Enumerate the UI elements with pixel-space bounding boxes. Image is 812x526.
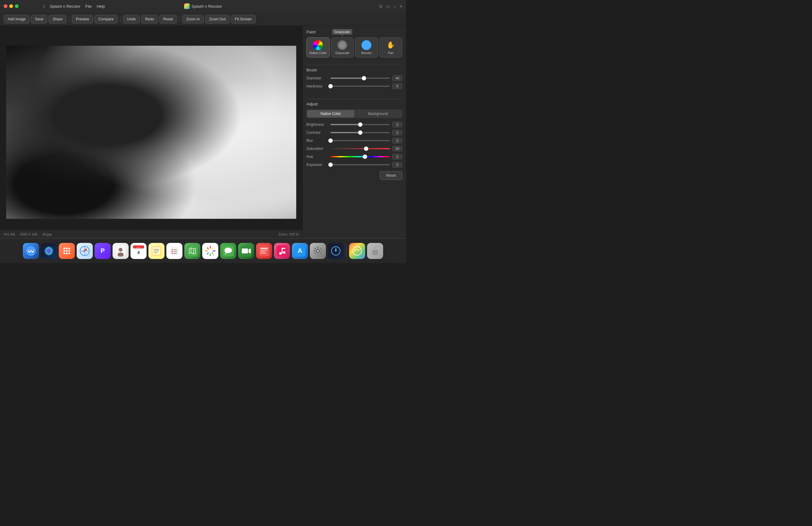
pan-mode-button[interactable]: ✋ Pan [379, 37, 403, 58]
contrast-value[interactable]: 0 [392, 130, 402, 135]
airplay-icon[interactable]: ⇲ [378, 4, 382, 9]
hue-label: Hue [306, 154, 328, 159]
tab-background[interactable]: Background [354, 110, 402, 118]
svg-text:A: A [298, 247, 302, 254]
hue-thumb[interactable] [363, 154, 367, 159]
exposure-value[interactable]: 0 [392, 162, 402, 167]
dock-siri[interactable] [41, 243, 57, 259]
diameter-value[interactable]: 40 [392, 75, 402, 81]
svg-point-13 [63, 253, 65, 254]
add-image-button[interactable]: Add Image [4, 15, 30, 24]
dock-calendar[interactable]: 4JULY [130, 243, 147, 259]
compare-button[interactable]: Compare [94, 15, 117, 24]
brightness-track[interactable] [331, 124, 390, 125]
diameter-track[interactable] [331, 78, 390, 79]
dock-notes[interactable] [148, 243, 164, 259]
file-menu[interactable]: File [85, 4, 92, 9]
dock-pixelmator[interactable]: P [95, 243, 111, 259]
redo-button[interactable]: Redo [141, 15, 158, 24]
brightness-thumb[interactable] [358, 122, 362, 127]
exposure-thumb[interactable] [329, 163, 333, 167]
svg-point-9 [68, 247, 70, 250]
svg-point-62 [279, 252, 282, 255]
pan-icon: ✋ [386, 40, 396, 50]
dock-reminders[interactable] [166, 243, 183, 259]
saturation-value[interactable]: 50 [392, 146, 402, 151]
dock-splash[interactable] [349, 243, 365, 259]
svg-line-50 [207, 253, 208, 254]
save-button[interactable]: Save [31, 15, 47, 24]
statusbar: 441 KB 2560 X 160 18.jpg Zoom: 100 % [0, 230, 302, 238]
search-icon[interactable]: ⌕ [394, 4, 396, 9]
toolbar-separator-2 [120, 16, 120, 22]
apple-menu[interactable]:  [43, 4, 45, 9]
share-button[interactable]: Share [48, 15, 67, 24]
zoom-level: Zoom: 100 % [279, 232, 299, 236]
native-color-mode-button[interactable]: Native Color [306, 37, 330, 58]
saturation-track[interactable] [331, 148, 390, 149]
toolbar-separator-3 [179, 16, 180, 22]
saturation-thumb[interactable] [364, 147, 368, 151]
dock-facetime[interactable] [238, 243, 254, 259]
exposure-label: Exposure [306, 163, 328, 167]
dock-finder[interactable] [23, 243, 39, 259]
diameter-row: Diameter 40 [306, 75, 402, 81]
blur-thumb[interactable] [329, 138, 333, 143]
fit-screen-button[interactable]: Fit Screen [231, 15, 256, 24]
close-button[interactable] [4, 4, 8, 8]
dock-music[interactable] [274, 243, 290, 259]
list-icon[interactable]: ≡ [400, 4, 402, 9]
diameter-thumb[interactable] [362, 76, 366, 80]
display-icon[interactable]: ▭ [386, 4, 390, 9]
undo-button[interactable]: Undo [123, 15, 140, 24]
hardness-row: Hardness 0 [306, 84, 402, 89]
svg-line-47 [207, 247, 208, 249]
saturation-row: Saturation 50 [306, 146, 402, 151]
dock-maps[interactable] [184, 243, 200, 259]
recolor-mode-button[interactable]: Recolor [355, 37, 378, 58]
dock-news[interactable] [256, 243, 272, 259]
svg-point-10 [63, 250, 65, 252]
svg-point-42 [209, 250, 212, 253]
dock-sysprefs[interactable] [310, 243, 326, 259]
brightness-label: Brightness [306, 122, 328, 127]
grayscale-mode-button[interactable]: Grayscale Grayscale [331, 37, 354, 58]
dock-altimeter[interactable] [328, 243, 344, 259]
zoom-in-button[interactable]: Zoom In [182, 15, 204, 24]
tab-native-color[interactable]: Native Color [307, 110, 354, 118]
hue-track[interactable] [331, 156, 390, 157]
dock-safari[interactable] [77, 243, 93, 259]
svg-rect-84 [374, 247, 376, 249]
hue-value[interactable]: 0 [392, 154, 402, 160]
dock-contacts[interactable] [113, 243, 129, 259]
canvas-image [6, 46, 296, 219]
blur-track[interactable] [331, 140, 390, 141]
dock-appstore[interactable]: A [292, 243, 308, 259]
titlebar:  Splash n Recolor File Help Splash n Re… [0, 0, 406, 12]
right-panel: Paint Native Color Grayscale Grayscale R… [302, 26, 406, 238]
dock-messages[interactable] [220, 243, 236, 259]
svg-point-12 [68, 250, 70, 252]
preview-button[interactable]: Preview [72, 15, 93, 24]
svg-rect-57 [260, 248, 268, 249]
exposure-track[interactable] [331, 164, 390, 165]
brightness-value[interactable]: 0 [392, 122, 402, 127]
hardness-value[interactable]: 0 [392, 84, 402, 89]
app-name-menu[interactable]: Splash n Recolor [50, 4, 81, 9]
hardness-thumb[interactable] [329, 84, 333, 88]
canvas-area[interactable] [0, 26, 302, 238]
hardness-track[interactable] [331, 86, 390, 87]
minimize-button[interactable] [9, 4, 13, 8]
contrast-thumb[interactable] [358, 131, 362, 135]
dock-launchpad[interactable] [59, 243, 75, 259]
reset-toolbar-button[interactable]: Reset [159, 15, 177, 24]
dock-photos[interactable] [202, 243, 218, 259]
help-menu[interactable]: Help [97, 4, 105, 9]
dock-trash[interactable] [367, 243, 383, 259]
zoom-out-button[interactable]: Zoom Out [205, 15, 229, 24]
blur-value[interactable]: 0 [392, 138, 402, 144]
maximize-button[interactable] [15, 4, 18, 8]
contrast-track[interactable] [331, 132, 390, 133]
dock-separator [346, 245, 347, 257]
adjust-reset-button[interactable]: Reset [380, 171, 402, 180]
